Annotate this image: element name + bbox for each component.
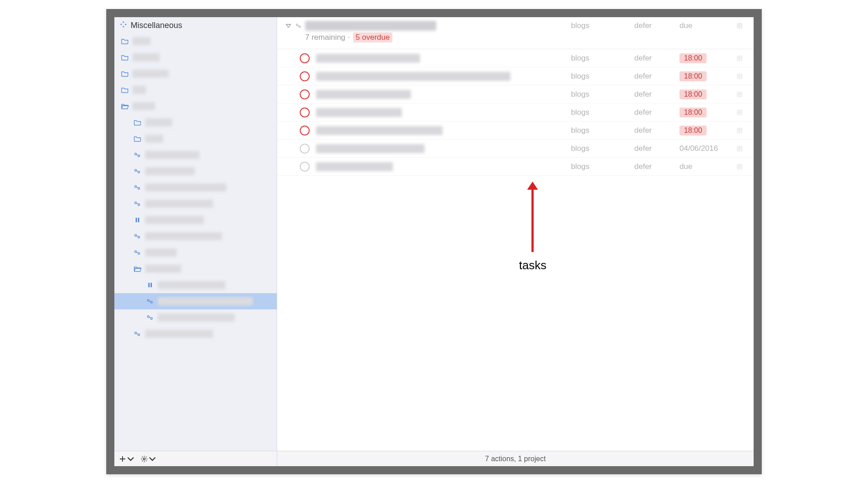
note-icon[interactable] (734, 164, 745, 170)
col-header-due: due (679, 21, 734, 30)
sidebar-item[interactable] (114, 309, 277, 326)
sidebar-item[interactable] (114, 293, 277, 309)
task-due[interactable]: 18:00 (679, 53, 734, 63)
folder-icon (121, 53, 129, 61)
add-button[interactable] (119, 455, 134, 463)
task-tag[interactable]: blogs (571, 162, 634, 171)
sidebar-item[interactable] (114, 163, 277, 179)
task-list: blogsdefer18:00blogsdefer18:00blogsdefer… (277, 49, 754, 176)
annotation-arrow: tasks (519, 180, 547, 272)
task-tag[interactable]: blogs (571, 108, 634, 117)
sidebar-title: Miscellaneous (131, 21, 182, 30)
project-icon (133, 200, 142, 208)
project-icon (146, 297, 154, 305)
column-headers: blogs defer due (571, 21, 745, 30)
task-meta: blogsdeferdue (571, 162, 745, 171)
sidebar-item[interactable] (114, 82, 277, 98)
status-circle[interactable] (300, 108, 310, 117)
sidebar-item[interactable] (114, 212, 277, 228)
note-icon[interactable] (734, 55, 745, 61)
task-row[interactable]: blogsdeferdue (277, 158, 754, 176)
status-circle[interactable] (300, 162, 310, 172)
separator-dot: · (348, 33, 350, 42)
sidebar-item[interactable] (114, 244, 277, 261)
sidebar-item[interactable] (114, 114, 277, 131)
note-icon[interactable] (734, 109, 745, 116)
sidebar-label-redacted (145, 183, 226, 192)
task-tag[interactable]: blogs (571, 144, 634, 153)
task-defer[interactable]: defer (634, 54, 679, 63)
sidebar-item[interactable] (114, 33, 277, 49)
task-tag[interactable]: blogs (571, 54, 634, 63)
disclosure-icon[interactable] (285, 23, 292, 29)
note-icon[interactable] (734, 73, 745, 79)
project-title-redacted (305, 21, 436, 31)
task-defer[interactable]: defer (634, 90, 679, 99)
sidebar-item[interactable] (114, 65, 277, 82)
task-due[interactable]: 18:00 (679, 89, 734, 99)
task-title-redacted (316, 126, 443, 135)
sidebar-item[interactable] (114, 277, 277, 293)
task-tag[interactable]: blogs (571, 72, 634, 81)
task-due[interactable]: 18:00 (679, 108, 734, 117)
task-due[interactable]: 18:00 (679, 126, 734, 136)
task-defer[interactable]: defer (634, 126, 679, 135)
svg-point-2 (125, 23, 126, 25)
group-icon (120, 21, 127, 30)
sidebar-label-redacted (145, 135, 163, 143)
sidebar-item[interactable] (114, 179, 277, 196)
sidebar-item[interactable] (114, 131, 277, 147)
status-circle[interactable] (300, 71, 310, 81)
task-row[interactable]: blogsdefer18:00 (277, 85, 754, 103)
task-due[interactable]: due (679, 162, 734, 171)
sidebar-item[interactable] (114, 196, 277, 212)
sidebar-item[interactable] (114, 98, 277, 114)
task-tag[interactable]: blogs (571, 126, 634, 135)
task-defer[interactable]: defer (634, 72, 679, 81)
svg-rect-18 (148, 283, 150, 287)
task-meta: blogsdefer18:00 (571, 89, 745, 99)
content-header: blogs defer due 7 remaining · 5 overdue (277, 17, 754, 49)
task-title-redacted (316, 108, 402, 117)
footer-bar: 7 actions, 1 project (114, 451, 754, 466)
status-circle[interactable] (300, 89, 310, 99)
task-due[interactable]: 04/06/2016 (679, 144, 734, 153)
sidebar-label-redacted (158, 281, 226, 289)
sidebar-list (114, 33, 277, 342)
header-status: 7 remaining · 5 overdue (285, 31, 745, 47)
sidebar-label-redacted (145, 330, 213, 338)
folder-icon (121, 86, 129, 94)
sidebar-label-redacted (132, 70, 169, 78)
status-circle[interactable] (300, 53, 310, 63)
task-defer[interactable]: defer (634, 144, 679, 153)
sidebar-item[interactable] (114, 261, 277, 277)
folder-icon (121, 37, 129, 45)
task-row[interactable]: blogsdefer04/06/2016 (277, 140, 754, 158)
task-tag[interactable]: blogs (571, 90, 634, 99)
note-icon[interactable] (734, 145, 745, 152)
task-row[interactable]: blogsdefer18:00 (277, 49, 754, 67)
gear-button[interactable] (141, 455, 156, 463)
folder-open-icon (121, 102, 129, 110)
project-icon (133, 248, 142, 257)
sidebar-item[interactable] (114, 326, 277, 342)
status-circle[interactable] (300, 126, 310, 136)
folder-icon (121, 70, 129, 78)
footer-status: 7 actions, 1 project (277, 455, 754, 463)
note-icon[interactable] (734, 91, 745, 98)
task-row[interactable]: blogsdefer18:00 (277, 67, 754, 85)
task-due[interactable]: 18:00 (679, 71, 734, 81)
task-defer[interactable]: defer (634, 162, 679, 171)
sidebar-item[interactable] (114, 228, 277, 244)
task-meta: blogsdefer04/06/2016 (571, 144, 745, 153)
task-defer[interactable]: defer (634, 108, 679, 117)
note-icon[interactable] (734, 127, 745, 134)
project-icon (133, 167, 142, 175)
sidebar-item[interactable] (114, 147, 277, 163)
task-row[interactable]: blogsdefer18:00 (277, 122, 754, 140)
status-circle[interactable] (300, 144, 310, 154)
sidebar-label-redacted (145, 151, 199, 159)
col-header-tag: blogs (571, 21, 634, 30)
task-row[interactable]: blogsdefer18:00 (277, 103, 754, 122)
sidebar-item[interactable] (114, 49, 277, 65)
